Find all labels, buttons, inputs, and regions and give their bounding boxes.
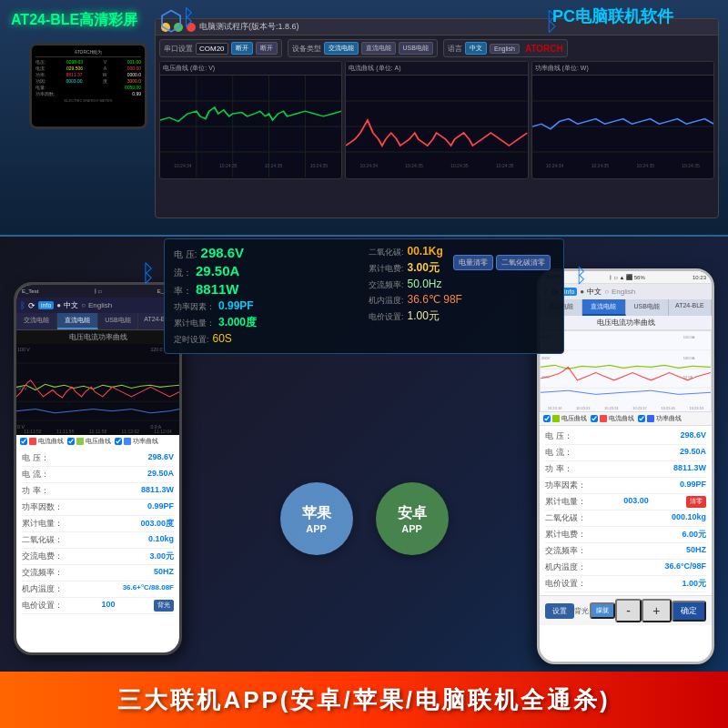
power-chart-title: 功率曲线 (单位: W) xyxy=(532,62,713,76)
voltage-value: 298.6V xyxy=(201,245,245,260)
left-co2-row: 二氧化碳： 0.10kg xyxy=(22,532,174,549)
dc-energy-btn[interactable]: 直流电能 xyxy=(361,42,396,55)
language-group: 语言 中文 English ATORCH xyxy=(443,39,568,57)
left-phone-screen: E_Test ᛒ ◻ E_Test ᛒ ⟳ info ● 中文 ○ Englis… xyxy=(16,285,179,652)
current-chart-body: 10:24:3410:24:3510:24:3510:24:35 xyxy=(346,76,527,177)
timing-value: 60S xyxy=(213,332,232,345)
right-tab-dc[interactable]: 直流电能 xyxy=(582,299,625,316)
voltage-chart-body: 10:24:3410:24:3510:24:3510:24:35 xyxy=(160,76,341,177)
android-app-btn[interactable]: 安卓 APP xyxy=(376,482,449,555)
left-pf-row: 功率因数： 0.99PF xyxy=(22,500,174,516)
current-legend-dot xyxy=(29,438,36,445)
svg-text:100 V: 100 V xyxy=(17,347,30,352)
usb-energy-btn[interactable]: USB电能 xyxy=(399,42,433,55)
voltage-legend-check[interactable] xyxy=(67,438,75,445)
left-chart-title: 电压电流功率曲线 xyxy=(16,330,179,344)
clear-buttons-group: 电量清零 二氧化碳清零 xyxy=(453,255,551,270)
power-chart-xlabels: 10:24:3410:24:3510:24:3510:24:35 xyxy=(532,163,713,168)
right-clear-btn[interactable]: 清零 xyxy=(686,496,706,508)
left-phone-header: ᛒ ⟳ info ● 中文 ○ English xyxy=(16,298,179,313)
left-phone-tab-bar: 交流电能 直流电能 USB电能 AT24-BLE xyxy=(16,313,179,330)
right-tab-at24[interactable]: AT24-BLE xyxy=(669,299,712,316)
left-chart-xlabels: 11:11:5211:11:5511:11:5811:12:0211:12:04 xyxy=(16,429,179,434)
left-phone-data-list: 电 压： 298.6V 电 流： 29.50A 功 率： 8811.3W 功率因… xyxy=(16,448,179,617)
ac-energy-btn[interactable]: 交流电能 xyxy=(324,42,359,55)
svg-text:100.0A: 100.0A xyxy=(683,356,695,360)
tab-dc-energy[interactable]: 直流电能 xyxy=(57,313,98,329)
co2-clear-btn[interactable]: 二氧化碳清零 xyxy=(496,255,551,270)
chinese-btn[interactable]: 中文 xyxy=(465,42,487,55)
right-freq-row: 交流频率： 50HZ xyxy=(545,543,706,560)
right-phone-header: ᛒ ⟳ info ● 中文 ○ English xyxy=(540,284,712,299)
tab-usb-energy[interactable]: USB电能 xyxy=(98,313,139,329)
device-display: ATORCH能为 电压: 0298.63 V 001.00 电流: 029.50… xyxy=(29,43,147,129)
power-legend-check[interactable] xyxy=(115,438,122,445)
right-phone-screen: 电能表 ᛒ ◻ ▲ ⬛ 56% 10:23 ᛒ ⟳ info ● 中文 ○ En… xyxy=(540,271,712,662)
right-temp-row: 机内温度： 36.6°C/98F xyxy=(545,560,706,576)
info-text: info xyxy=(38,301,54,309)
right-backlight-btn[interactable]: 朦胧 xyxy=(590,602,615,619)
svg-text:150.0A: 150.0A xyxy=(683,335,695,339)
right-pf-row: 功率因素： 0.99PF xyxy=(545,478,706,494)
left-chart-legend: 电流曲线 电压曲线 功率曲线 xyxy=(16,435,179,448)
voltage-chart-title: 电压曲线 (单位: V) xyxy=(160,62,341,76)
device-type-group: 设备类型 交流电能 直流电能 USB电能 xyxy=(288,39,438,57)
current-legend-check[interactable] xyxy=(20,438,27,445)
right-co2-row: 二氧化碳： 000.10kg xyxy=(545,511,706,527)
right-plus-btn[interactable]: + xyxy=(642,599,671,622)
serial-group: 串口设置 COM20 断开 断开 xyxy=(159,39,282,57)
disconnect-btn[interactable]: 断开 xyxy=(256,42,278,55)
left-backlight-btn[interactable]: 背光 xyxy=(154,600,174,612)
temp-value: 36.6℃ 98F xyxy=(408,293,462,306)
voltage-chart-panel: 电压曲线 (单位: V) 10: xyxy=(159,61,342,179)
right-tab-usb[interactable]: USB电能 xyxy=(626,299,669,316)
right-fee-row: 累计电费： 6.00元 xyxy=(545,527,706,543)
pc-toolbar: 串口设置 COM20 断开 断开 设备类型 交流电能 直流电能 USB电能 语言… xyxy=(159,39,714,57)
com-port-select[interactable]: COM20 xyxy=(196,43,228,55)
pf-value: 0.99PF xyxy=(218,299,254,312)
right-confirm-btn[interactable]: 确定 xyxy=(672,601,706,622)
frequency-value: 50.0Hz xyxy=(408,278,442,290)
left-freq-row: 交流频率： 50HZ xyxy=(22,565,174,581)
left-accum-row: 累计电量： 003.00度 xyxy=(22,516,174,532)
bottom-banner-text: 三大联机APP(安卓/苹果/电脑联机全通杀) xyxy=(117,684,610,716)
right-chart-area: 300V 200V 100V 150.0A 100.0A 50.0A 10:23… xyxy=(540,330,712,412)
voltage-chart-xlabels: 10:24:3410:24:3510:24:3510:24:35 xyxy=(160,163,341,168)
left-fee-row: 交流电费： 3.00元 xyxy=(22,549,174,565)
right-current-check[interactable] xyxy=(591,415,598,422)
apple-app-btn[interactable]: 苹果 APP xyxy=(280,482,353,555)
power-chart-panel: 功率曲线 (单位: W) 10:24:3410:24:3510:24:3510:… xyxy=(531,61,714,179)
bluetooth-icon-top-left: ⬡ xyxy=(159,5,183,36)
right-phone-bottom-bar: 设置 背光 朦胧 - + 确定 xyxy=(540,595,712,625)
tab-ac-energy[interactable]: 交流电能 xyxy=(16,313,57,329)
voltage-clear-btn[interactable]: 电量清零 xyxy=(453,255,493,270)
bluetooth-icon-mid-right: ᛒ xyxy=(575,264,587,288)
right-voltage-check[interactable] xyxy=(543,415,551,422)
voltage-legend-dot xyxy=(76,438,84,445)
power-legend-dot xyxy=(124,438,131,445)
right-price-row: 电价设置： 1.00元 xyxy=(545,576,706,592)
right-chart-xlabels: 10:23:1610:23:2310:23:3110:23:3710:23:45… xyxy=(541,406,711,410)
right-power-check[interactable] xyxy=(638,415,645,422)
right-settings-btn[interactable]: 设置 xyxy=(545,603,574,619)
svg-text:50.0A: 50.0A xyxy=(683,375,693,379)
co2-value: 00.1Kg xyxy=(408,245,443,258)
english-btn[interactable]: English xyxy=(490,44,520,54)
right-phone-tab-bar: 交流电能 直流电能 USB电能 AT24-BLE xyxy=(540,299,712,316)
right-current-row: 电 流： 29.50A xyxy=(545,445,706,461)
bluetooth-icon-mid-left: ᛒ xyxy=(141,259,156,288)
right-minus-btn[interactable]: - xyxy=(615,599,642,622)
power-value: 8811W xyxy=(196,281,239,297)
left-phone: E_Test ᛒ ◻ E_Test ᛒ ⟳ info ● 中文 ○ Englis… xyxy=(14,282,182,655)
current-chart-xlabels: 10:24:3410:24:3510:24:3510:24:35 xyxy=(346,163,527,168)
left-power-row: 功 率： 8811.3W xyxy=(22,483,174,500)
right-voltage-row: 电 压： 298.6V xyxy=(545,429,706,445)
cumulative-value: 3.00元 xyxy=(408,260,440,276)
left-chart-area: 100 V 50 V 0 V 120.0 A 0.0 A 11:11:5211:… xyxy=(16,344,179,435)
open-btn[interactable]: 断开 xyxy=(231,42,253,55)
accum-value: 3.000度 xyxy=(218,315,257,330)
current-chart-title: 电流曲线 (单位: A) xyxy=(346,62,527,76)
left-price-row: 电价设置： 100 背光 xyxy=(22,598,174,614)
svg-text:200V: 200V xyxy=(541,356,551,360)
pc-charts-row: 电压曲线 (单位: V) 10: xyxy=(159,61,714,179)
